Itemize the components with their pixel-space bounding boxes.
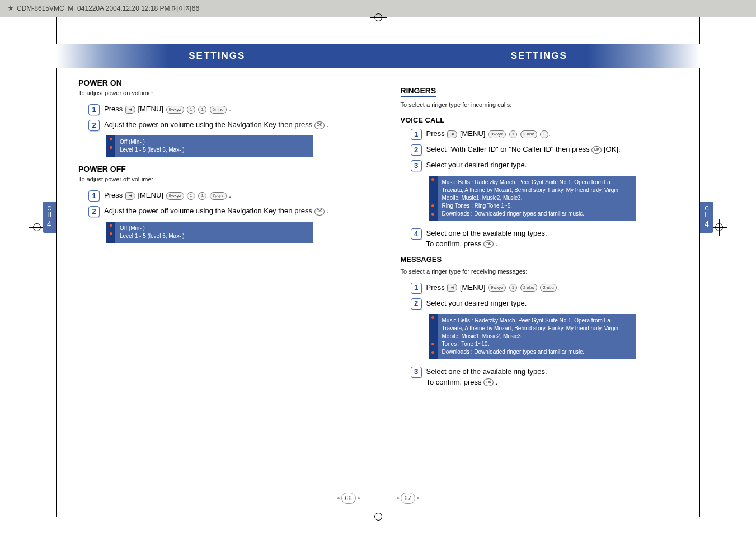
- step-number-icon: 2: [411, 144, 422, 156]
- chapter-tab-left: C H 4: [43, 202, 56, 233]
- info-box-body: Music Bells : Radetzky March, Peer Gynt …: [438, 314, 636, 359]
- section-desc-power-off: To adjust power off volume:: [78, 176, 356, 182]
- info-box-voicecall: Music Bells : Radetzky March, Peer Gynt …: [429, 176, 636, 221]
- section-desc-ringers: To select a ringer type for incoming cal…: [401, 101, 678, 108]
- step-number-icon: 1: [411, 283, 422, 294]
- keypad-1-icon: 1: [509, 130, 517, 138]
- step-voicecall-1: 1 Press ◄ [MENU] 9wxyz 1 2 abc 1 .: [411, 129, 678, 140]
- info-box-side: [106, 222, 115, 243]
- ok-key-icon: OK: [483, 240, 494, 248]
- keypad-7-icon: 7pqrs: [210, 192, 227, 200]
- section-heading-power-on: POWER ON: [78, 78, 356, 87]
- ok-key-icon: OK: [483, 378, 494, 386]
- bullet-dot-icon: [110, 146, 112, 149]
- step-voicecall-2: 2 Select "With Caller ID" or "No Caller …: [411, 144, 678, 156]
- info-box-poweroff: Off (Min- ) Level 1 - 5 (level 5, Max- ): [106, 222, 313, 243]
- step-number-icon: 2: [88, 120, 100, 131]
- section-heading-power-off: POWER OFF: [78, 165, 356, 174]
- keypad-9-icon: 9wxyz: [488, 284, 506, 292]
- info-box-body: Music Bells : Radetzky March, Peer Gynt …: [438, 176, 636, 221]
- info-box-side: [106, 135, 115, 157]
- section-desc-messages: To select a ringer type for receiving me…: [401, 268, 678, 275]
- step-body: Select your desired ringer type.: [426, 160, 678, 171]
- file-stamp: CDM-8615VMC_M_041220A 2004.12.20 12:18 P…: [17, 4, 199, 13]
- step-messages-2: 2 Select your desired ringer type.: [411, 298, 678, 310]
- step-body: Adjust the power off volume using the Na…: [104, 206, 356, 217]
- page-right: SETTINGS C H 4 RINGERS To select a ringe…: [378, 17, 701, 517]
- step-body: Select your desired ringer type.: [426, 298, 678, 309]
- step-body: Press ◄ [MENU] 9wxyz 1 2 abc 2 abc.: [426, 283, 678, 293]
- bullet-dot-icon: [110, 138, 112, 140]
- bullet-dot-icon: [431, 351, 434, 354]
- ok-key-icon: OK: [314, 121, 325, 129]
- step-body: Select one of the available ring types.T…: [426, 228, 678, 250]
- keypad-2-icon: 2 abc: [540, 284, 557, 292]
- page-number-left: 66: [341, 493, 356, 504]
- bullet-dot-icon: [110, 224, 112, 227]
- page-title-right: SETTINGS: [511, 50, 567, 62]
- step-body: Press ◄ [MENU] 9wxyz 1 2 abc 1 .: [426, 129, 678, 139]
- step-poweron-1: 1 Press ◄ [MENU] 9wxyz 1 1 6mno .: [88, 104, 356, 115]
- step-number-icon: 1: [411, 129, 422, 140]
- page-title-band-right: SETTINGS: [378, 44, 701, 68]
- bullet-dot-icon: [431, 343, 434, 345]
- info-box-side: [429, 176, 438, 221]
- step-body: Select one of the available ring types.T…: [426, 367, 678, 388]
- keypad-6-icon: 6mno: [210, 106, 227, 114]
- step-number-icon: 1: [88, 104, 100, 115]
- step-messages-1: 1 Press ◄ [MENU] 9wxyz 1 2 abc 2 abc.: [411, 283, 678, 294]
- step-body: Adjust the power on volume using the Nav…: [104, 120, 356, 130]
- soft-key-icon: ◄: [447, 284, 457, 292]
- subsection-heading-voicecall: VOICE CALL: [401, 116, 678, 124]
- step-voicecall-3: 3 Select your desired ringer type.: [411, 160, 678, 171]
- step-number-icon: 2: [411, 298, 422, 310]
- chapter-tab-right: C H 4: [700, 202, 713, 233]
- keypad-2-icon: 2 abc: [520, 284, 537, 292]
- bullet-dot-icon: [110, 232, 112, 235]
- step-number-icon: 3: [411, 160, 422, 171]
- keypad-1-icon: 1: [198, 106, 206, 114]
- info-box-messages: Music Bells : Radetzky March, Peer Gynt …: [429, 314, 636, 359]
- keypad-9-icon: 9wxyz: [166, 192, 184, 200]
- page-title-band-left: SETTINGS: [56, 44, 378, 68]
- info-box-body: Off (Min- ) Level 1 - 5 (level 5, Max- ): [115, 222, 313, 243]
- keypad-1-icon: 1: [187, 106, 195, 114]
- section-desc-power-on: To adjust power on volume:: [78, 90, 356, 96]
- step-poweron-2: 2 Adjust the power on volume using the N…: [88, 120, 356, 131]
- step-number-icon: 3: [411, 367, 422, 378]
- step-body: Select "With Caller ID" or "No Caller ID…: [426, 144, 678, 155]
- page-title-left: SETTINGS: [189, 50, 245, 62]
- keypad-1-icon: 1: [509, 284, 517, 292]
- keypad-2-icon: 2 abc: [520, 130, 537, 138]
- info-box-side: [429, 314, 438, 359]
- subsection-heading-messages: MESSAGES: [401, 255, 678, 264]
- keypad-1-icon: 1: [540, 130, 548, 138]
- keypad-9-icon: 9wxyz: [488, 130, 506, 138]
- step-body: Press ◄ [MENU] 9wxyz 1 1 7pqrs .: [104, 190, 356, 201]
- page-left: SETTINGS C H 4 POWER ON To adjust power …: [56, 17, 378, 517]
- step-number-icon: 2: [88, 206, 100, 217]
- step-poweroff-2: 2 Adjust the power off volume using the …: [88, 206, 356, 217]
- hand-icon: [7, 4, 15, 12]
- ok-key-icon: OK: [314, 208, 325, 216]
- info-box-body: Off (Min- ) Level 1 - 5 (level 5, Max- ): [115, 135, 313, 157]
- step-voicecall-4: 4 Select one of the available ring types…: [411, 228, 678, 250]
- keypad-1-icon: 1: [198, 192, 206, 200]
- step-body: Press ◄ [MENU] 9wxyz 1 1 6mno .: [104, 104, 356, 115]
- bullet-dot-icon: [431, 213, 434, 216]
- bullet-dot-icon: [431, 316, 434, 319]
- step-poweroff-1: 1 Press ◄ [MENU] 9wxyz 1 1 7pqrs .: [88, 190, 356, 202]
- step-messages-3: 3 Select one of the available ring types…: [411, 367, 678, 388]
- ok-key-icon: OK: [591, 146, 602, 154]
- info-box-poweron: Off (Min- ) Level 1 - 5 (level 5, Max- ): [106, 135, 313, 157]
- keypad-1-icon: 1: [187, 192, 195, 200]
- soft-key-icon: ◄: [125, 106, 135, 114]
- section-heading-ringers: RINGERS: [401, 86, 436, 97]
- soft-key-icon: ◄: [447, 130, 457, 138]
- keypad-9-icon: 9wxyz: [166, 106, 184, 114]
- bullet-dot-icon: [431, 204, 434, 207]
- step-number-icon: 4: [411, 228, 422, 240]
- soft-key-icon: ◄: [125, 192, 135, 200]
- bullet-dot-icon: [431, 178, 434, 181]
- page-number-right: 67: [401, 493, 415, 504]
